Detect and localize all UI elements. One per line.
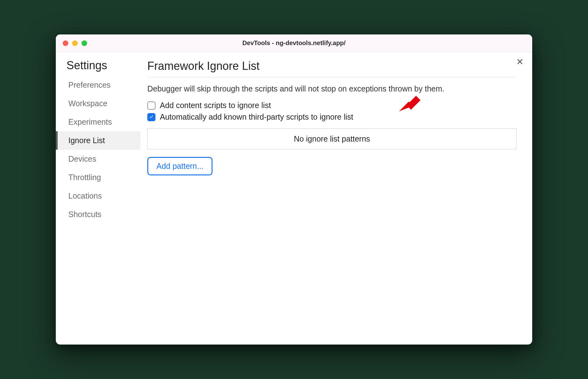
settings-sidebar: Settings Preferences Workspace Experimen… — [56, 52, 140, 345]
checkbox-checked-icon — [147, 113, 155, 121]
empty-patterns-text: No ignore list patterns — [294, 134, 370, 143]
traffic-lights — [63, 40, 87, 46]
settings-heading: Settings — [56, 59, 140, 76]
sidebar-item-experiments[interactable]: Experiments — [56, 113, 140, 131]
sidebar-item-locations[interactable]: Locations — [56, 187, 140, 205]
sidebar-item-shortcuts[interactable]: Shortcuts — [56, 205, 140, 224]
page-title: Framework Ignore List — [147, 60, 517, 77]
sidebar-item-throttling[interactable]: Throttling — [56, 168, 140, 187]
option-auto-add-third-party[interactable]: Automatically add known third-party scri… — [147, 112, 517, 122]
add-pattern-button[interactable]: Add pattern... — [147, 157, 213, 175]
maximize-window-button[interactable] — [81, 40, 87, 46]
ignore-list-options: Add content scripts to ignore list Autom… — [147, 101, 517, 122]
option-label: Automatically add known third-party scri… — [160, 112, 353, 122]
sidebar-item-preferences[interactable]: Preferences — [56, 76, 140, 94]
window-body: ✕ Settings Preferences Workspace Experim… — [56, 52, 532, 345]
window-titlebar: DevTools - ng-devtools.netlify.app/ — [56, 34, 532, 52]
page-description: Debugger will skip through the scripts a… — [147, 84, 517, 93]
ignore-list-patterns-box: No ignore list patterns — [147, 128, 517, 149]
option-label: Add content scripts to ignore list — [160, 101, 271, 110]
close-window-button[interactable] — [63, 40, 68, 46]
checkbox-unchecked-icon — [147, 101, 155, 110]
sidebar-item-workspace[interactable]: Workspace — [56, 94, 140, 113]
minimize-window-button[interactable] — [72, 40, 78, 46]
devtools-settings-window: DevTools - ng-devtools.netlify.app/ ✕ Se… — [56, 34, 532, 345]
settings-main: Framework Ignore List Debugger will skip… — [140, 52, 532, 345]
sidebar-item-ignore-list[interactable]: Ignore List — [56, 131, 140, 150]
window-title: DevTools - ng-devtools.netlify.app/ — [56, 39, 532, 47]
sidebar-item-devices[interactable]: Devices — [56, 150, 140, 168]
settings-nav: Preferences Workspace Experiments Ignore… — [56, 76, 140, 224]
option-add-content-scripts[interactable]: Add content scripts to ignore list — [147, 101, 517, 110]
